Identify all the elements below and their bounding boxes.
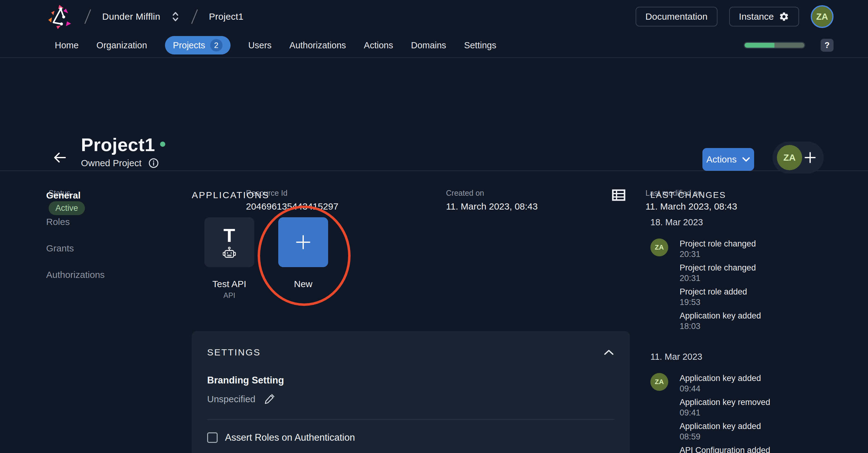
last-changes-heading: LAST CHANGES	[650, 190, 854, 200]
plus-icon	[803, 151, 817, 164]
assert-roles-label: Assert Roles on Authentication	[225, 432, 355, 443]
pencil-icon	[264, 393, 275, 405]
change-event-title: Application key removed	[680, 397, 770, 408]
nav-tab[interactable]: Actions	[364, 37, 393, 54]
arrow-left-icon	[52, 150, 67, 165]
change-event-title: Project role changed	[680, 238, 761, 249]
main-nav: Home Organization Projects 2 Users Autho…	[0, 33, 868, 58]
project-type-label: Owned Project	[81, 158, 142, 168]
nav-tab[interactable]: Authorizations	[289, 37, 346, 54]
contributors-pill: ZA	[773, 141, 824, 173]
settings-panel: SETTINGS Branding Setting Unspecified	[192, 331, 630, 453]
branding-setting-value: Unspecified	[207, 394, 255, 405]
collapse-settings-button[interactable]	[603, 348, 614, 357]
plus-icon	[294, 233, 312, 251]
change-event-time: 20:31	[680, 273, 761, 284]
change-event-time: 09:41	[680, 408, 770, 418]
change-event[interactable]: Project role added 19:53	[680, 287, 761, 308]
table-icon	[612, 189, 625, 201]
nav-tab[interactable]: Domains	[411, 37, 446, 54]
changes-group: 18. Mar 2023 ZA Project role changed 20:…	[650, 217, 854, 334]
tab-count-badge: 2	[210, 39, 222, 52]
table-view-toggle[interactable]	[612, 189, 625, 201]
breadcrumb-separator-icon	[83, 8, 93, 25]
new-app-label: New	[294, 279, 312, 289]
app-tile-letter: T	[223, 226, 235, 245]
changes-groups: 18. Mar 2023 ZA Project role changed 20:…	[650, 217, 854, 453]
change-event-time: 19:53	[680, 297, 761, 308]
contributor-avatar[interactable]: ZA	[777, 145, 802, 170]
back-button[interactable]	[52, 150, 67, 165]
change-event-title: Application key added	[680, 373, 770, 383]
assert-roles-checkbox-row[interactable]: Assert Roles on Authentication	[207, 432, 614, 443]
chevron-down-icon	[742, 157, 750, 162]
unfold-icon	[171, 11, 180, 22]
chevron-up-icon	[603, 349, 614, 356]
help-button[interactable]: ?	[820, 39, 834, 52]
change-event-title: API Configuration added	[680, 445, 770, 453]
breadcrumb-separator-icon	[189, 8, 200, 25]
branding-setting-label: Branding Setting	[207, 375, 614, 386]
app-type: API	[223, 291, 236, 300]
divider	[207, 419, 614, 420]
change-event[interactable]: Project role changed 20:31	[680, 262, 761, 284]
nav-tabs: Home Organization Projects 2 Users Autho…	[55, 36, 496, 55]
change-author-avatar: ZA	[650, 238, 668, 256]
actions-button[interactable]: Actions	[703, 148, 754, 171]
change-event-time: 08:59	[680, 431, 770, 442]
info-icon[interactable]	[148, 158, 159, 168]
section-nav-item[interactable]: General	[46, 190, 163, 201]
nav-tab[interactable]: Users	[248, 37, 272, 54]
new-app-tile	[278, 217, 328, 267]
instance-button[interactable]: Instance	[729, 7, 799, 27]
checkbox-unchecked[interactable]	[207, 432, 218, 443]
nav-tab[interactable]: Projects 2	[165, 36, 230, 55]
applications-heading: APPLICATIONS	[192, 190, 269, 200]
add-contributor-button[interactable]	[803, 151, 817, 164]
breadcrumb-project[interactable]: Project1	[209, 11, 244, 22]
zitadel-logo[interactable]	[47, 3, 73, 30]
nav-tab[interactable]: Organization	[96, 37, 147, 54]
section-nav-item[interactable]: Roles	[46, 217, 163, 227]
page-title: Project1	[81, 134, 155, 155]
change-event-time: 20:31	[680, 249, 761, 259]
change-event[interactable]: Application key added 09:44	[680, 373, 770, 394]
user-avatar[interactable]: ZA	[811, 5, 834, 28]
change-event-title: Project role added	[680, 287, 761, 297]
org-selector[interactable]: Dunder Mifflin	[102, 11, 180, 22]
change-event-title: Application key added	[680, 311, 761, 321]
nav-tab[interactable]: Settings	[464, 37, 496, 54]
breadcrumb: Dunder Mifflin Project1	[47, 3, 244, 30]
section-nav-item[interactable]: Authorizations	[46, 269, 163, 280]
new-app-card[interactable]: New	[278, 217, 328, 300]
project-header: Project1 Owned Project Actions ZA	[0, 58, 868, 171]
change-event[interactable]: Project role changed 20:31	[680, 238, 761, 259]
top-bar: Dunder Mifflin Project1 Documentation In…	[0, 0, 868, 33]
change-event[interactable]: Application key removed 09:41	[680, 397, 770, 418]
nav-tab[interactable]: Home	[55, 37, 79, 54]
change-event-title: Project role changed	[680, 262, 761, 273]
section-nav-item[interactable]: Grants	[46, 243, 163, 254]
app-name: Test API	[212, 279, 246, 289]
changes-date: 18. Mar 2023	[650, 217, 854, 227]
robot-icon	[222, 247, 236, 259]
change-author-avatar: ZA	[650, 373, 668, 391]
edit-branding-button[interactable]	[264, 393, 275, 405]
last-changes-panel: LAST CHANGES 18. Mar 2023 ZA Project	[650, 190, 854, 453]
active-status-dot	[160, 141, 165, 147]
gear-icon	[779, 11, 789, 22]
change-event[interactable]: API Configuration added 08:51	[680, 445, 770, 453]
change-event[interactable]: Application key added 08:59	[680, 421, 770, 442]
usage-progress-fill	[745, 43, 774, 48]
change-event[interactable]: Application key added 18:03	[680, 311, 761, 331]
app-tile: T	[205, 217, 254, 267]
usage-progress-bar	[744, 42, 805, 48]
main-content: General Roles Grants Authorizations APPL…	[0, 172, 868, 453]
change-event-title: Application key added	[680, 421, 770, 431]
documentation-button[interactable]: Documentation	[636, 7, 717, 27]
settings-heading: SETTINGS	[207, 347, 261, 358]
changes-date: 11. Mar 2023	[650, 352, 854, 362]
section-nav: General Roles Grants Authorizations	[46, 190, 163, 296]
org-name: Dunder Mifflin	[102, 11, 160, 22]
app-card-test-api[interactable]: T Test API API	[205, 217, 254, 300]
